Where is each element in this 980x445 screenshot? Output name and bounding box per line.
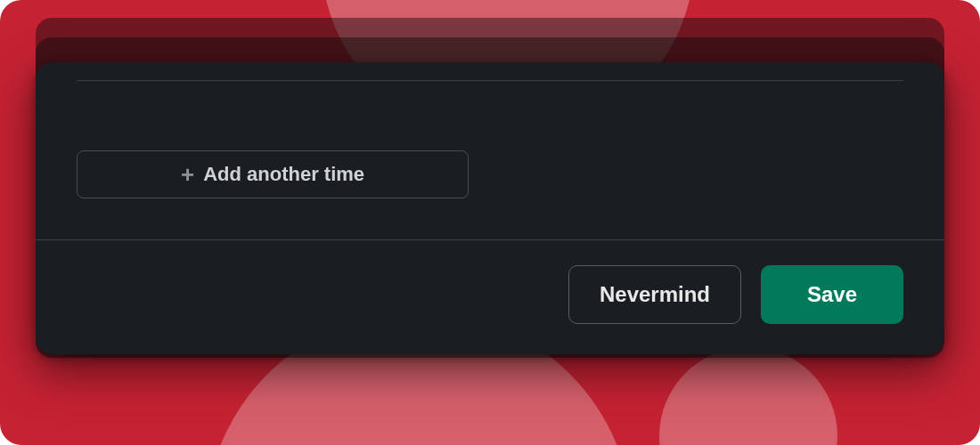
add-another-time-button[interactable]: + Add another time — [77, 150, 469, 198]
decorative-circle — [659, 347, 837, 445]
plus-icon: + — [181, 163, 194, 186]
spacer — [77, 81, 903, 150]
dialog: + Add another time Nevermind Save — [36, 62, 944, 354]
cancel-button-label: Nevermind — [600, 282, 710, 307]
save-button-label: Save — [807, 282, 857, 307]
cancel-button[interactable]: Nevermind — [568, 265, 741, 324]
dialog-footer: Nevermind Save — [36, 239, 944, 354]
dialog-body: + Add another time — [36, 62, 944, 239]
save-button[interactable]: Save — [761, 265, 903, 324]
add-another-time-label: Add another time — [203, 163, 364, 186]
